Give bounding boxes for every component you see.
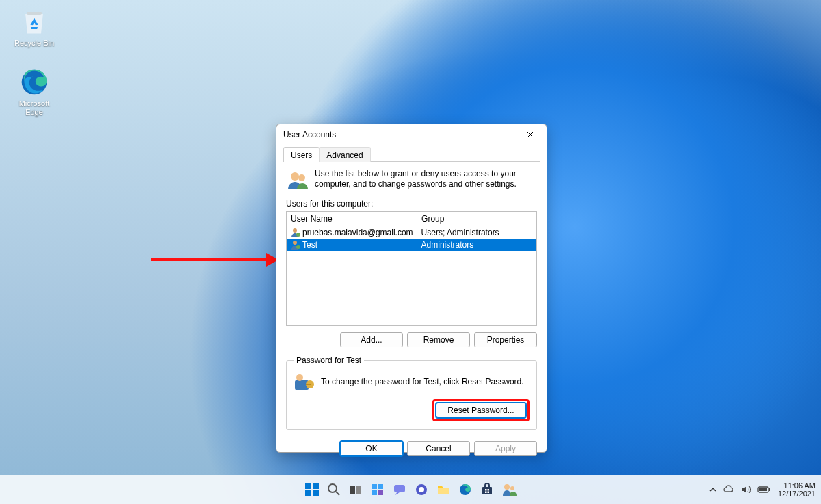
tab-users[interactable]: Users — [283, 147, 320, 162]
svg-rect-14 — [305, 490, 311, 496]
svg-rect-30 — [488, 489, 490, 491]
titlebar[interactable]: User Accounts — [276, 124, 547, 145]
desktop-icon-label: Microsoft Edge — [10, 99, 59, 117]
chat-button[interactable] — [390, 480, 409, 499]
column-header-username[interactable]: User Name — [287, 212, 417, 226]
remove-button[interactable]: Remove — [407, 332, 470, 347]
clock[interactable]: 11:06 AM 12/17/2021 — [778, 481, 816, 498]
svg-rect-37 — [759, 488, 767, 491]
clock-date: 12/17/2021 — [778, 490, 816, 498]
username-cell: Test — [302, 240, 317, 250]
tab-advanced[interactable]: Advanced — [319, 147, 370, 162]
users-list-label: Users for this computer: — [286, 199, 537, 209]
svg-rect-36 — [769, 488, 770, 491]
password-legend: Password for Test — [294, 356, 364, 365]
teams-icon — [415, 483, 428, 496]
apply-button[interactable]: Apply — [474, 441, 537, 456]
svg-rect-13 — [313, 483, 319, 489]
properties-button[interactable]: Properties — [474, 332, 537, 347]
svg-rect-19 — [372, 484, 377, 489]
windows-icon — [304, 482, 320, 497]
svg-rect-20 — [378, 484, 383, 489]
svg-rect-11 — [306, 384, 311, 385]
start-button[interactable] — [302, 480, 322, 499]
edge-taskbar-button[interactable] — [456, 480, 475, 499]
tab-strip: Users Advanced — [283, 146, 540, 162]
widgets-icon — [371, 483, 385, 496]
annotation-arrow — [151, 258, 284, 261]
store-icon — [480, 483, 494, 496]
users-icon — [286, 169, 309, 192]
chat-icon — [393, 483, 406, 496]
svg-point-25 — [419, 487, 424, 492]
annotation-highlight: Reset Password... — [432, 399, 530, 421]
task-view-icon — [349, 483, 363, 496]
onedrive-icon[interactable] — [723, 485, 734, 494]
store-button[interactable] — [478, 480, 497, 499]
desktop-icon-microsoft-edge[interactable]: Microsoft Edge — [10, 67, 59, 117]
users-list[interactable]: User Name Group pruebas.malavida@gmail.c… — [286, 211, 537, 326]
group-cell: Users; Administrators — [417, 226, 536, 239]
svg-point-34 — [510, 486, 514, 490]
user-accounts-taskbar-button[interactable] — [499, 480, 519, 499]
svg-point-7 — [296, 245, 300, 249]
svg-point-16 — [328, 484, 337, 492]
key-icon — [294, 371, 315, 393]
svg-rect-29 — [485, 489, 487, 491]
svg-rect-15 — [313, 490, 319, 496]
svg-point-4 — [293, 228, 297, 233]
edge-icon — [458, 483, 472, 496]
add-button[interactable]: Add... — [340, 332, 403, 347]
svg-point-5 — [296, 233, 300, 237]
svg-rect-12 — [305, 483, 311, 489]
svg-rect-32 — [488, 492, 490, 494]
user-icon — [291, 240, 300, 250]
group-cell: Administrators — [417, 239, 536, 251]
password-groupbox: Password for Test To change the password… — [286, 356, 537, 430]
taskbar: 11:06 AM 12/17/2021 — [0, 475, 821, 504]
column-header-group[interactable]: Group — [417, 212, 536, 226]
close-button[interactable] — [518, 127, 543, 142]
user-icon — [291, 228, 300, 237]
svg-point-2 — [291, 172, 299, 181]
battery-icon[interactable] — [757, 486, 771, 494]
users-icon — [501, 482, 517, 497]
dialog-title: User Accounts — [283, 130, 518, 140]
user-accounts-dialog: User Accounts Users Advanced Use the lis… — [276, 124, 547, 453]
system-tray[interactable]: 11:06 AM 12/17/2021 — [709, 481, 816, 498]
desktop-icon-recycle-bin[interactable]: Recycle Bin — [10, 7, 59, 48]
desktop-icon-label: Recycle Bin — [10, 39, 59, 48]
desktop: Recycle Bin Microsoft Edge User Accounts… — [0, 0, 821, 504]
password-text: To change the password for Test, click R… — [321, 377, 524, 386]
chevron-up-icon[interactable] — [709, 486, 716, 493]
svg-rect-17 — [350, 486, 355, 494]
folder-icon — [436, 483, 450, 496]
svg-point-9 — [296, 374, 303, 381]
username-cell: pruebas.malavida@gmail.com — [302, 228, 413, 237]
svg-rect-28 — [482, 487, 492, 494]
svg-rect-31 — [485, 492, 487, 494]
teams-button[interactable] — [412, 480, 431, 499]
svg-rect-21 — [372, 490, 377, 495]
cancel-button[interactable]: Cancel — [407, 441, 470, 456]
search-button[interactable] — [324, 480, 343, 499]
svg-rect-26 — [438, 488, 449, 494]
intro-text: Use the list below to grant or deny user… — [315, 169, 537, 192]
svg-rect-22 — [378, 490, 383, 495]
volume-icon[interactable] — [741, 486, 751, 494]
task-view-button[interactable] — [346, 480, 365, 499]
user-row[interactable]: pruebas.malavida@gmail.com Users; Admini… — [287, 226, 536, 239]
reset-password-button[interactable]: Reset Password... — [436, 403, 526, 418]
svg-point-6 — [293, 241, 297, 245]
svg-point-33 — [504, 484, 510, 490]
widgets-button[interactable] — [368, 480, 387, 499]
recycle-bin-icon — [19, 7, 49, 37]
svg-rect-23 — [394, 485, 405, 492]
close-icon — [527, 131, 534, 138]
clock-time: 11:06 AM — [778, 481, 816, 490]
search-icon — [327, 483, 341, 496]
file-explorer-button[interactable] — [434, 480, 453, 499]
user-row[interactable]: Test Administrators — [287, 239, 536, 251]
edge-icon — [19, 67, 49, 97]
ok-button[interactable]: OK — [340, 441, 403, 456]
